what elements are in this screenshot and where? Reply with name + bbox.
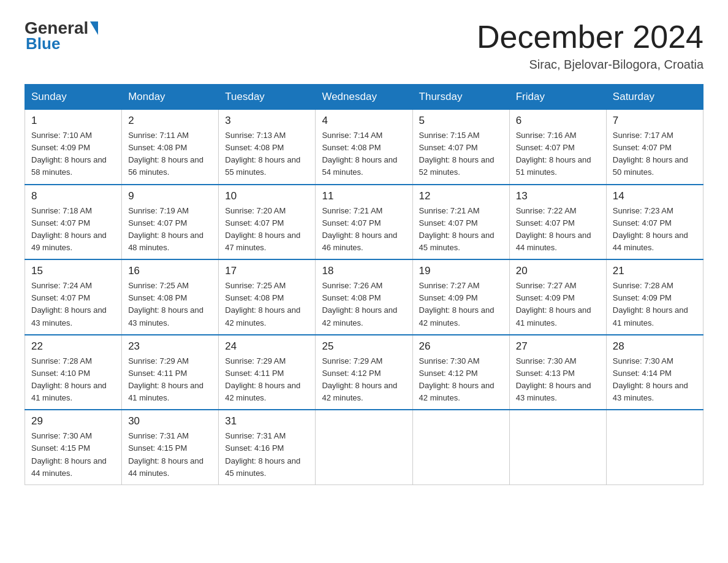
table-row: 12 Sunrise: 7:21 AMSunset: 4:07 PMDaylig…	[412, 185, 509, 260]
table-row: 11 Sunrise: 7:21 AMSunset: 4:07 PMDaylig…	[316, 185, 412, 260]
table-row: 15 Sunrise: 7:24 AMSunset: 4:07 PMDaylig…	[25, 259, 122, 335]
day-info: Sunrise: 7:29 AMSunset: 4:11 PMDaylight:…	[128, 355, 212, 405]
table-row: 22 Sunrise: 7:28 AMSunset: 4:10 PMDaylig…	[25, 335, 122, 410]
col-monday: Monday	[122, 85, 219, 110]
day-number: 23	[128, 340, 212, 353]
day-number: 18	[322, 265, 406, 277]
day-number: 15	[31, 265, 115, 277]
calendar-week-row: 8 Sunrise: 7:18 AMSunset: 4:07 PMDayligh…	[25, 185, 703, 260]
day-info: Sunrise: 7:17 AMSunset: 4:07 PMDaylight:…	[613, 129, 697, 179]
day-info: Sunrise: 7:19 AMSunset: 4:07 PMDaylight:…	[128, 205, 212, 255]
col-tuesday: Tuesday	[219, 85, 316, 110]
day-info: Sunrise: 7:13 AMSunset: 4:08 PMDaylight:…	[225, 129, 309, 179]
col-saturday: Saturday	[606, 85, 703, 110]
col-thursday: Thursday	[412, 85, 509, 110]
calendar-header-row: Sunday Monday Tuesday Wednesday Thursday…	[25, 85, 703, 110]
col-friday: Friday	[509, 85, 606, 110]
day-number: 9	[128, 190, 212, 202]
day-info: Sunrise: 7:11 AMSunset: 4:08 PMDaylight:…	[128, 129, 212, 179]
table-row: 31 Sunrise: 7:31 AMSunset: 4:16 PMDaylig…	[219, 410, 316, 484]
day-number: 26	[419, 340, 503, 353]
day-number: 2	[128, 115, 212, 127]
day-number: 1	[31, 115, 115, 127]
table-row: 13 Sunrise: 7:22 AMSunset: 4:07 PMDaylig…	[509, 185, 606, 260]
table-row	[509, 410, 606, 484]
day-info: Sunrise: 7:30 AMSunset: 4:14 PMDaylight:…	[613, 355, 697, 405]
day-number: 4	[322, 115, 406, 127]
table-row: 2 Sunrise: 7:11 AMSunset: 4:08 PMDayligh…	[122, 110, 219, 185]
day-number: 17	[225, 265, 309, 277]
table-row: 26 Sunrise: 7:30 AMSunset: 4:12 PMDaylig…	[412, 335, 509, 410]
day-info: Sunrise: 7:22 AMSunset: 4:07 PMDaylight:…	[516, 205, 600, 255]
day-info: Sunrise: 7:28 AMSunset: 4:09 PMDaylight:…	[613, 280, 697, 329]
logo: General Blue	[25, 18, 98, 53]
day-info: Sunrise: 7:25 AMSunset: 4:08 PMDaylight:…	[225, 280, 309, 329]
day-number: 22	[31, 340, 115, 353]
table-row: 28 Sunrise: 7:30 AMSunset: 4:14 PMDaylig…	[606, 335, 703, 410]
logo-arrow-icon	[90, 21, 98, 35]
day-info: Sunrise: 7:30 AMSunset: 4:15 PMDaylight:…	[31, 430, 115, 480]
day-number: 16	[128, 265, 212, 277]
table-row	[606, 410, 703, 484]
table-row: 23 Sunrise: 7:29 AMSunset: 4:11 PMDaylig…	[122, 335, 219, 410]
table-row: 17 Sunrise: 7:25 AMSunset: 4:08 PMDaylig…	[219, 259, 316, 335]
table-row: 14 Sunrise: 7:23 AMSunset: 4:07 PMDaylig…	[606, 185, 703, 260]
table-row: 24 Sunrise: 7:29 AMSunset: 4:11 PMDaylig…	[219, 335, 316, 410]
day-info: Sunrise: 7:15 AMSunset: 4:07 PMDaylight:…	[419, 129, 503, 179]
day-info: Sunrise: 7:31 AMSunset: 4:16 PMDaylight:…	[225, 430, 309, 480]
day-info: Sunrise: 7:25 AMSunset: 4:08 PMDaylight:…	[128, 280, 212, 329]
day-number: 25	[322, 340, 406, 353]
calendar-week-row: 22 Sunrise: 7:28 AMSunset: 4:10 PMDaylig…	[25, 335, 703, 410]
table-row: 4 Sunrise: 7:14 AMSunset: 4:08 PMDayligh…	[316, 110, 412, 185]
day-info: Sunrise: 7:18 AMSunset: 4:07 PMDaylight:…	[31, 205, 115, 255]
calendar-week-row: 1 Sunrise: 7:10 AMSunset: 4:09 PMDayligh…	[25, 110, 703, 185]
col-sunday: Sunday	[25, 85, 122, 110]
day-info: Sunrise: 7:21 AMSunset: 4:07 PMDaylight:…	[419, 205, 503, 255]
calendar-week-row: 29 Sunrise: 7:30 AMSunset: 4:15 PMDaylig…	[25, 410, 703, 484]
table-row: 6 Sunrise: 7:16 AMSunset: 4:07 PMDayligh…	[509, 110, 606, 185]
table-row: 8 Sunrise: 7:18 AMSunset: 4:07 PMDayligh…	[25, 185, 122, 260]
logo-blue-text: Blue	[26, 34, 98, 53]
day-info: Sunrise: 7:30 AMSunset: 4:13 PMDaylight:…	[516, 355, 600, 405]
day-number: 30	[128, 415, 212, 427]
calendar-week-row: 15 Sunrise: 7:24 AMSunset: 4:07 PMDaylig…	[25, 259, 703, 335]
day-info: Sunrise: 7:27 AMSunset: 4:09 PMDaylight:…	[419, 280, 503, 329]
title-block: December 2024 Sirac, Bjelovar-Bilogora, …	[477, 18, 703, 72]
day-info: Sunrise: 7:28 AMSunset: 4:10 PMDaylight:…	[31, 355, 115, 405]
table-row	[412, 410, 509, 484]
day-number: 8	[31, 190, 115, 202]
day-number: 19	[419, 265, 503, 277]
month-title: December 2024	[477, 18, 703, 55]
day-info: Sunrise: 7:29 AMSunset: 4:12 PMDaylight:…	[322, 355, 406, 405]
table-row: 5 Sunrise: 7:15 AMSunset: 4:07 PMDayligh…	[412, 110, 509, 185]
table-row: 21 Sunrise: 7:28 AMSunset: 4:09 PMDaylig…	[606, 259, 703, 335]
table-row: 29 Sunrise: 7:30 AMSunset: 4:15 PMDaylig…	[25, 410, 122, 484]
day-number: 29	[31, 415, 115, 427]
col-wednesday: Wednesday	[316, 85, 412, 110]
day-info: Sunrise: 7:30 AMSunset: 4:12 PMDaylight:…	[419, 355, 503, 405]
day-number: 6	[516, 115, 600, 127]
day-number: 3	[225, 115, 309, 127]
day-number: 21	[613, 265, 697, 277]
day-info: Sunrise: 7:24 AMSunset: 4:07 PMDaylight:…	[31, 280, 115, 329]
page-header: General Blue December 2024 Sirac, Bjelov…	[25, 18, 703, 72]
day-info: Sunrise: 7:21 AMSunset: 4:07 PMDaylight:…	[322, 205, 406, 255]
day-number: 31	[225, 415, 309, 427]
calendar-table: Sunday Monday Tuesday Wednesday Thursday…	[25, 84, 703, 485]
table-row: 20 Sunrise: 7:27 AMSunset: 4:09 PMDaylig…	[509, 259, 606, 335]
day-info: Sunrise: 7:26 AMSunset: 4:08 PMDaylight:…	[322, 280, 406, 329]
day-number: 10	[225, 190, 309, 202]
table-row: 19 Sunrise: 7:27 AMSunset: 4:09 PMDaylig…	[412, 259, 509, 335]
table-row: 27 Sunrise: 7:30 AMSunset: 4:13 PMDaylig…	[509, 335, 606, 410]
table-row: 18 Sunrise: 7:26 AMSunset: 4:08 PMDaylig…	[316, 259, 412, 335]
day-info: Sunrise: 7:31 AMSunset: 4:15 PMDaylight:…	[128, 430, 212, 480]
table-row: 10 Sunrise: 7:20 AMSunset: 4:07 PMDaylig…	[219, 185, 316, 260]
day-number: 27	[516, 340, 600, 353]
location-subtitle: Sirac, Bjelovar-Bilogora, Croatia	[477, 58, 703, 72]
day-info: Sunrise: 7:23 AMSunset: 4:07 PMDaylight:…	[613, 205, 697, 255]
day-info: Sunrise: 7:16 AMSunset: 4:07 PMDaylight:…	[516, 129, 600, 179]
day-info: Sunrise: 7:27 AMSunset: 4:09 PMDaylight:…	[516, 280, 600, 329]
day-number: 14	[613, 190, 697, 202]
day-info: Sunrise: 7:29 AMSunset: 4:11 PMDaylight:…	[225, 355, 309, 405]
day-number: 7	[613, 115, 697, 127]
